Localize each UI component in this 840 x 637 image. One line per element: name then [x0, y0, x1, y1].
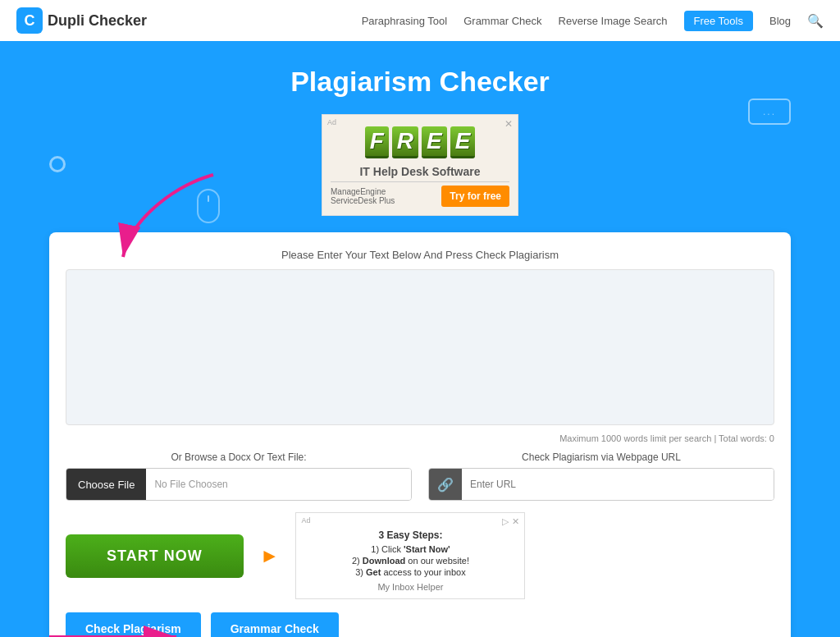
- small-ad: Ad ▷ ✕ 3 Easy Steps: 1) Click 'Start Now…: [295, 512, 525, 599]
- ad-letter-r: R: [392, 126, 418, 158]
- ad-cta-button[interactable]: Try for free: [441, 186, 509, 207]
- nav-link-blog[interactable]: Blog: [769, 15, 791, 27]
- nav-link-grammar[interactable]: Grammar Check: [463, 15, 541, 27]
- check-plagiarism-button[interactable]: Check Plagiarism: [66, 612, 201, 637]
- ad-provider-logo: ManageEngineServiceDesk Plus: [331, 187, 395, 205]
- nav-link-reverse-image[interactable]: Reverse Image Search: [559, 15, 668, 27]
- ad-close-icon[interactable]: ✕: [504, 118, 513, 130]
- file-input-row: Choose File No File Choosen: [66, 468, 412, 501]
- ad-letter-f: F: [365, 126, 389, 158]
- ad-footer: ManageEngineServiceDesk Plus Try for fre…: [331, 186, 509, 207]
- grammar-check-button[interactable]: Grammar Check: [211, 612, 339, 637]
- small-ad-close[interactable]: ▷ ✕: [502, 516, 519, 527]
- file-name-display: No File Choosen: [146, 469, 411, 500]
- url-label: Check Plagiarism via Webpage URL: [428, 451, 774, 463]
- small-ad-step-3: 3) Get access to your inbox: [306, 567, 514, 577]
- orange-arrow-icon: ►: [260, 544, 280, 567]
- nav-links: Paraphrasing Tool Grammar Check Reverse …: [362, 13, 824, 29]
- small-ad-label: Ad: [301, 516, 310, 525]
- logo-icon: C: [16, 7, 43, 34]
- url-input-row: 🔗: [428, 468, 774, 501]
- url-link-icon: 🔗: [429, 469, 462, 500]
- choose-file-button[interactable]: Choose File: [66, 469, 146, 500]
- logo[interactable]: C Dupli Checker: [16, 7, 147, 34]
- small-ad-close-text: ▷: [502, 516, 509, 527]
- page-title: Plagiarism Checker: [16, 66, 824, 98]
- ad-free-text: F R E E: [331, 123, 509, 162]
- upload-url-row: Or Browse a Docx Or Text File: Choose Fi…: [66, 451, 774, 501]
- small-ad-step-1: 1) Click 'Start Now': [306, 544, 514, 554]
- upload-section: Or Browse a Docx Or Text File: Choose Fi…: [66, 451, 412, 501]
- ad-label: Ad: [327, 118, 336, 126]
- deco-mouse: [197, 189, 220, 223]
- logo-text: Dupli Checker: [48, 12, 147, 30]
- start-ad-row: START NOW ► Ad ▷ ✕ 3 Easy Steps: 1) Clic…: [66, 512, 774, 599]
- search-icon[interactable]: 🔍: [807, 14, 824, 28]
- small-ad-x-icon[interactable]: ✕: [512, 516, 519, 527]
- ad-letter-e1: E: [422, 126, 447, 158]
- start-now-button[interactable]: START NOW: [66, 534, 244, 578]
- card-instruction: Please Enter Your Text Below And Press C…: [66, 249, 774, 261]
- ad-subtitle: IT Help Desk Software: [331, 165, 509, 178]
- navbar: C Dupli Checker Paraphrasing Tool Gramma…: [0, 0, 840, 41]
- textarea-container: [66, 269, 774, 428]
- url-section: Check Plagiarism via Webpage URL 🔗: [428, 451, 774, 501]
- hero-section: Plagiarism Checker Ad ✕ F R E E IT Help …: [0, 41, 840, 637]
- plagiarism-textarea[interactable]: [66, 269, 774, 425]
- main-card: Please Enter Your Text Below And Press C…: [49, 232, 791, 637]
- ad-letter-e2: E: [450, 126, 476, 158]
- small-ad-title: 3 Easy Steps:: [306, 529, 514, 541]
- nav-link-paraphrasing[interactable]: Paraphrasing Tool: [362, 15, 448, 27]
- small-ad-step-2: 2) Download on our website!: [306, 556, 514, 566]
- small-ad-company: My Inbox Helper: [306, 582, 514, 592]
- upload-label: Or Browse a Docx Or Text File:: [66, 451, 412, 463]
- deco-chat: [748, 99, 791, 125]
- deco-circle: [49, 156, 66, 172]
- ad-divider: [331, 181, 509, 182]
- bottom-buttons-row: Check Plagiarism Grammar Check: [66, 612, 774, 637]
- bottom-section: Check Plagiarism Grammar Check: [66, 612, 774, 637]
- ad-banner: Ad ✕ F R E E IT Help Desk Software Manag…: [322, 114, 518, 216]
- word-count-info: Maximum 1000 words limit per search | To…: [66, 433, 774, 443]
- nav-link-free-tools[interactable]: Free Tools: [684, 11, 753, 31]
- url-input[interactable]: [462, 469, 774, 500]
